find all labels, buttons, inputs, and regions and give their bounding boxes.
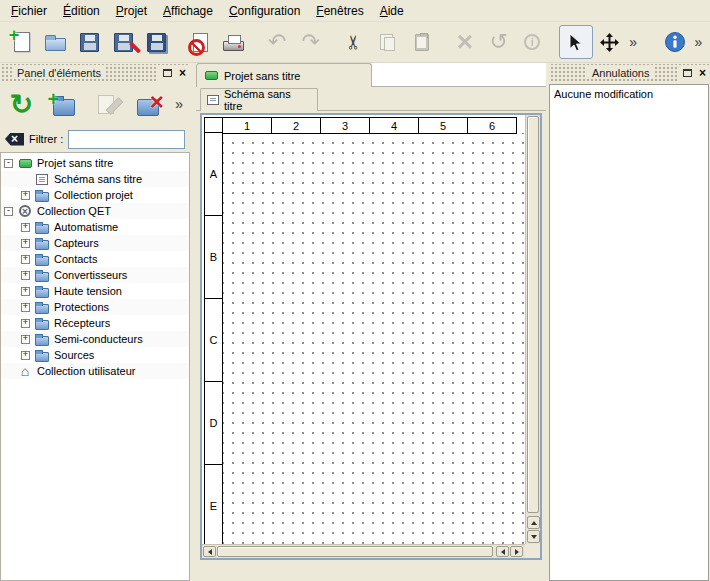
move-view-button[interactable] <box>593 25 627 59</box>
tree-item[interactable]: Sources <box>1 347 189 363</box>
rotate-button[interactable] <box>482 25 516 59</box>
scroll-left-button[interactable] <box>496 546 509 557</box>
tree-item[interactable]: Semi-conducteurs <box>1 331 189 347</box>
tree-item[interactable]: Contacts <box>1 251 189 267</box>
tree-item[interactable]: Schéma sans titre <box>1 171 189 187</box>
element-info-button[interactable] <box>516 25 550 59</box>
paste-button[interactable] <box>405 25 439 59</box>
undo-list[interactable]: Aucune modification <box>549 84 709 581</box>
schema-view[interactable]: 123456 ABCDE <box>200 113 542 560</box>
new-element-button[interactable] <box>46 86 81 122</box>
tree-item[interactable]: Capteurs <box>1 235 189 251</box>
ruler-column-cell: 5 <box>418 117 468 134</box>
menu-item[interactable]: Configuration <box>221 1 308 21</box>
tree-expander-icon[interactable] <box>21 223 30 232</box>
tree-item[interactable]: Automatisme <box>1 219 189 235</box>
horizontal-scrollbar-thumb[interactable] <box>217 546 493 557</box>
cut-button[interactable] <box>337 25 371 59</box>
tree-item-label: Automatisme <box>54 221 118 233</box>
clear-filter-icon[interactable] <box>5 133 24 146</box>
tab-schema[interactable]: Schéma sans titre <box>200 88 318 111</box>
save-all-button[interactable] <box>140 25 174 59</box>
tree-expander-icon[interactable] <box>21 287 30 296</box>
ruler-column-cell: 3 <box>320 117 370 134</box>
copy-button[interactable] <box>371 25 405 59</box>
tree-item[interactable]: Convertisseurs <box>1 267 189 283</box>
tree-item[interactable]: Projet sans titre <box>1 155 189 171</box>
tree-item[interactable]: Collection projet <box>1 187 189 203</box>
float-panel-button[interactable] <box>680 66 695 81</box>
select-pointer-button[interactable] <box>559 25 593 59</box>
tree-expander-icon[interactable] <box>21 351 30 360</box>
close-document-button[interactable] <box>183 25 217 59</box>
select-pointer-icon <box>568 33 583 52</box>
horizontal-scrollbar[interactable] <box>202 544 525 558</box>
close-panel-button[interactable]: × <box>175 66 190 81</box>
tree-expander-icon[interactable] <box>21 191 30 200</box>
row-ruler: ABCDE <box>204 133 223 544</box>
ruler-column-cell: 1 <box>222 117 272 134</box>
tree-expander-icon[interactable] <box>21 335 30 344</box>
tab-project[interactable]: Projet sans titre <box>196 63 372 87</box>
scroll-down-button[interactable] <box>527 530 540 543</box>
close-panel-button[interactable]: × <box>695 66 710 81</box>
about-qet-button[interactable] <box>658 25 692 59</box>
undo-button[interactable] <box>260 25 294 59</box>
delete-element-icon <box>137 99 159 116</box>
delete-button[interactable] <box>448 25 482 59</box>
edit-element-button[interactable] <box>88 86 123 122</box>
filter-input[interactable] <box>68 130 185 149</box>
rotate-icon <box>489 29 507 55</box>
delete-element-button[interactable] <box>130 86 165 122</box>
tree-item-label: Collection projet <box>54 189 133 201</box>
menu-item[interactable]: Fenêtres <box>308 1 371 21</box>
tree-expander-icon[interactable] <box>21 255 30 264</box>
undo-panel-titlebar[interactable]: Annulations × <box>549 64 710 82</box>
schema-grid[interactable] <box>223 133 525 544</box>
tree-expander-icon[interactable] <box>4 207 13 216</box>
menu-item[interactable]: Fichier <box>3 1 55 21</box>
toolbar-overflow-button[interactable]: » <box>626 25 640 59</box>
folder-icon <box>35 288 49 298</box>
scroll-left-button[interactable] <box>203 546 216 557</box>
tree-item[interactable]: Récepteurs <box>1 315 189 331</box>
elements-panel-titlebar[interactable]: Panel d'éléments × <box>0 64 190 82</box>
float-panel-icon <box>683 69 692 77</box>
elements-tree: Projet sans titre Schéma sans titre Coll… <box>0 152 190 581</box>
menu-item[interactable]: Édition <box>55 1 108 21</box>
menu-item[interactable]: Projet <box>108 1 155 21</box>
folder-icon <box>35 224 49 234</box>
tree-item[interactable]: Collection QET <box>1 203 189 219</box>
tree-expander-icon[interactable] <box>21 271 30 280</box>
save-button[interactable] <box>72 25 106 59</box>
tree-expander-icon[interactable] <box>21 319 30 328</box>
folder-icon <box>35 272 49 282</box>
reload-collections-button[interactable] <box>4 86 39 122</box>
tree-expander-icon[interactable] <box>21 303 30 312</box>
scroll-up-button[interactable] <box>527 516 540 529</box>
schema-sheet[interactable]: 123456 ABCDE <box>202 115 525 544</box>
print-button[interactable] <box>217 25 251 59</box>
panel-overflow-button[interactable]: » <box>172 87 186 121</box>
panel-buttons: × <box>678 66 710 81</box>
tree-expander-icon[interactable] <box>4 159 13 168</box>
tree-item[interactable]: Collection utilisateur <box>1 363 189 379</box>
vertical-scrollbar[interactable] <box>525 115 540 544</box>
redo-button[interactable] <box>294 25 328 59</box>
new-document-button[interactable] <box>5 25 39 59</box>
save-as-button[interactable] <box>106 25 140 59</box>
tree-item[interactable]: Haute tension <box>1 283 189 299</box>
vertical-scrollbar-thumb[interactable] <box>527 116 539 513</box>
open-document-button[interactable] <box>39 25 73 59</box>
menu-bar: Fichier Édition Projet Affichage Configu… <box>0 0 710 22</box>
tree-expander-icon[interactable] <box>21 239 30 248</box>
menu-item[interactable]: Aide <box>372 1 412 21</box>
toolbar-separator <box>549 27 559 57</box>
menu-item[interactable]: Affichage <box>155 1 221 21</box>
scroll-right-button[interactable] <box>510 546 523 557</box>
copy-icon <box>384 37 395 51</box>
tree-item[interactable]: Protections <box>1 299 189 315</box>
toolbar-overflow-button[interactable]: » <box>692 25 706 59</box>
folder-icon <box>35 256 49 266</box>
float-panel-button[interactable] <box>160 66 175 81</box>
